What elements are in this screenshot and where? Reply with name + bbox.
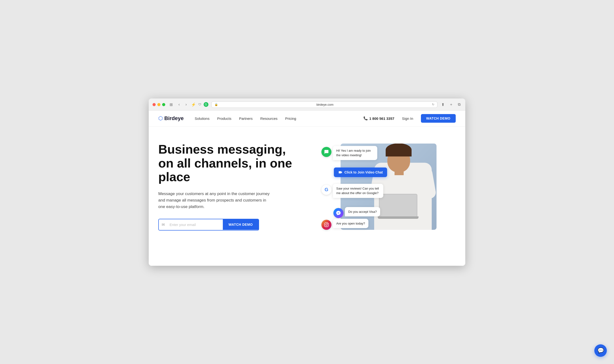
- close-button[interactable]: [152, 103, 156, 106]
- nav-pricing[interactable]: Pricing: [282, 115, 300, 122]
- back-button[interactable]: ‹: [177, 102, 181, 107]
- green-chat-icon: [321, 147, 331, 157]
- phone-link[interactable]: 📞 1 800 561 3357: [363, 116, 394, 120]
- nav-resources[interactable]: Resources: [257, 115, 281, 122]
- instagram-icon: [321, 220, 331, 230]
- form-watch-demo-button[interactable]: WATCH DEMO: [223, 219, 259, 230]
- watch-demo-button[interactable]: WATCH DEMO: [421, 114, 456, 123]
- forward-button[interactable]: ›: [184, 102, 188, 107]
- hero-content: Business messaging, on all channels, in …: [158, 143, 293, 230]
- nav-solutions[interactable]: Solutions: [191, 115, 213, 122]
- logo-text: Birdeye: [164, 115, 184, 121]
- extension-icon-1[interactable]: ⚡: [191, 102, 196, 107]
- minimize-button[interactable]: [157, 103, 161, 106]
- sign-in-button[interactable]: Sign In: [399, 115, 416, 122]
- extension-icon-3[interactable]: G: [204, 102, 208, 107]
- url-text: birdeye.com: [219, 103, 431, 106]
- nav-right: 📞 1 800 561 3357 Sign In WATCH DEMO: [363, 114, 456, 123]
- logo[interactable]: ⬡ Birdeye: [158, 115, 184, 121]
- hero-subtitle: Message your customers at any point in t…: [158, 191, 273, 210]
- tabs-overview-button[interactable]: ⧉: [457, 102, 462, 107]
- sidebar-toggle-button[interactable]: ⊞: [168, 102, 174, 107]
- phone-number: 1 800 561 3357: [369, 117, 394, 120]
- email-form: ✉ WATCH DEMO: [158, 219, 259, 231]
- address-bar[interactable]: 🔒 birdeye.com ↻: [211, 101, 437, 108]
- nav-products[interactable]: Products: [214, 115, 234, 122]
- lock-icon: 🔒: [214, 103, 218, 106]
- refresh-icon[interactable]: ↻: [432, 103, 434, 106]
- nav-partners[interactable]: Partners: [236, 115, 256, 122]
- extension-icon-2[interactable]: 🛡: [197, 102, 202, 107]
- email-icon: ✉: [159, 222, 168, 227]
- navbar: ⬡ Birdeye Solutions Products Partners Re…: [149, 110, 465, 127]
- phone-icon: 📞: [363, 116, 368, 120]
- email-input[interactable]: [168, 219, 223, 230]
- hero-visual: Hi! Yes I am ready to join the video mee…: [302, 141, 456, 232]
- nav-links: Solutions Products Partners Resources Pr…: [191, 115, 363, 122]
- hero-title: Business messaging, on all channels, in …: [158, 143, 293, 184]
- share-button[interactable]: ⬆: [440, 102, 445, 107]
- maximize-button[interactable]: [162, 103, 165, 106]
- chat-widget-button[interactable]: 💬: [594, 344, 607, 357]
- chat-widget-icon: 💬: [598, 348, 604, 354]
- traffic-lights: [152, 103, 165, 106]
- page-footer-area: [149, 251, 465, 266]
- logo-icon: ⬡: [158, 115, 163, 121]
- google-icon: Goog: [321, 185, 331, 195]
- new-tab-button[interactable]: ＋: [448, 102, 454, 108]
- hero-image-bg: [341, 143, 437, 230]
- hero-section: Business messaging, on all channels, in …: [149, 127, 465, 251]
